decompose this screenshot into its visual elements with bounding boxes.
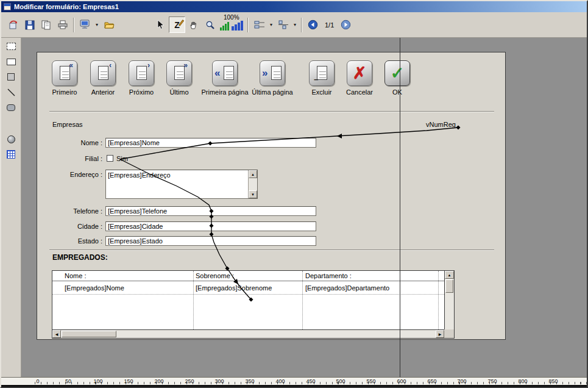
form-nav-button-cancelar[interactable]: ✗ Cancelar xyxy=(341,60,378,96)
field-input-telefone[interactable]: [Empresas]Telefone xyxy=(105,206,316,216)
column-header-nome[interactable]: Nome : xyxy=(65,272,86,279)
record-next-icon: › xyxy=(129,60,154,86)
field-label-cidade: Cidade : xyxy=(41,221,102,231)
magnifier-tool-button[interactable] xyxy=(202,16,218,33)
text-area-tool[interactable] xyxy=(4,40,18,53)
display-mode-dropdown[interactable]: ▾ xyxy=(93,16,101,33)
cell-empregados-nome[interactable]: [Empregados]Nome xyxy=(65,284,124,292)
form-nav-button-ultimo[interactable]: » Último xyxy=(161,60,197,96)
field-input-estado[interactable]: [Empresas]Estado xyxy=(105,236,316,246)
horizontal-ruler[interactable]: 0 50 100 150 200 250 300 350 400 450 500… xyxy=(0,377,588,385)
align-objects-dropdown[interactable]: ▾ xyxy=(267,16,275,33)
rectangle-icon xyxy=(7,59,16,65)
record-previous-icon: ‹ xyxy=(90,60,116,86)
hand-tool-button[interactable] xyxy=(185,16,202,33)
ellipse-tool[interactable] xyxy=(4,132,18,146)
line-icon xyxy=(7,88,16,97)
hand-icon xyxy=(189,20,199,30)
ruler-number: 350 xyxy=(238,378,262,384)
table-body[interactable]: Nome : Sobrenome : Departamento : [Empre… xyxy=(52,271,444,329)
cell-empregados-sobrenome[interactable]: [Empregados]Sobrenome xyxy=(196,284,272,292)
row-separator xyxy=(52,294,444,295)
previous-page-button[interactable] xyxy=(305,16,321,33)
z-order-tool-button[interactable]: Z xyxy=(169,16,185,33)
print-preview-button[interactable] xyxy=(38,16,54,33)
ruler-number: 50 xyxy=(56,378,80,384)
empregados-subform-table[interactable]: Nome : Sobrenome : Departamento : [Empre… xyxy=(52,270,455,339)
zoom-bars-green-icon[interactable] xyxy=(220,22,229,31)
scroll-down-icon[interactable]: ▼ xyxy=(249,190,257,198)
last-page-icon: » xyxy=(260,60,285,86)
form-nav-button-excluir[interactable]: − Excluir xyxy=(303,60,340,96)
titlebar[interactable]: Modificar formulário: Empresas1 xyxy=(1,1,587,12)
page-indicator: 1/1 xyxy=(325,21,334,29)
field-label-estado: Estado : xyxy=(41,236,102,246)
text-area-icon xyxy=(7,43,16,50)
grid-tool[interactable] xyxy=(4,148,18,161)
hscroll-thumb[interactable] xyxy=(62,331,116,337)
pointer-tool-button[interactable] xyxy=(152,16,169,33)
column-separator xyxy=(193,271,194,329)
column-header-departamento[interactable]: Departamento : xyxy=(305,272,352,279)
textarea-scrollbar[interactable]: ▲ ▼ xyxy=(248,170,257,198)
filial-checkbox[interactable] xyxy=(107,155,113,162)
column-header-sobrenome[interactable]: Sobrenome : xyxy=(196,272,234,279)
distribute-objects-dropdown[interactable]: ▾ xyxy=(291,16,299,33)
form-nav-button-ultima-pagina[interactable]: » Última página xyxy=(248,60,297,96)
align-objects-button[interactable] xyxy=(251,16,267,33)
filial-checkbox-label: Sim xyxy=(116,154,128,163)
design-canvas[interactable]: « Primeiro ‹ Anterior › Próximo » Último… xyxy=(21,38,588,377)
line-tool[interactable] xyxy=(4,85,18,99)
field-input-cidade[interactable]: [Empresas]Cidade xyxy=(105,221,316,231)
ruler-number: 800 xyxy=(511,378,535,384)
display-mode-button[interactable] xyxy=(77,16,93,33)
form-nav-button-proximo[interactable]: › Próximo xyxy=(123,60,160,96)
form-nav-button-ok[interactable]: ✓ OK xyxy=(379,60,416,96)
field-textarea-endereco[interactable]: [Empresas]Endereço ▲ ▼ xyxy=(105,170,258,199)
zoom-level-label: 100% xyxy=(224,14,239,21)
table-vertical-scrollbar[interactable]: ▲ ▼ xyxy=(444,271,454,338)
form-page[interactable]: « Primeiro ‹ Anterior › Próximo » Último… xyxy=(37,52,506,340)
scroll-up-icon[interactable]: ▲ xyxy=(249,170,257,178)
ruler-number: 400 xyxy=(268,378,292,384)
page-boundary-guide[interactable] xyxy=(400,38,400,377)
zoom-bars-blue-icon[interactable] xyxy=(232,21,243,31)
rounded-rectangle-tool[interactable] xyxy=(4,101,18,114)
toolbar-separator xyxy=(247,18,249,32)
window-title: Modificar formulário: Empresas1 xyxy=(14,3,119,10)
record-last-icon: » xyxy=(166,60,192,86)
field-label-telefone: Telefone : xyxy=(41,206,102,216)
print-button[interactable] xyxy=(54,16,71,33)
toolbar-separator xyxy=(301,18,302,32)
ruler-number: 700 xyxy=(450,378,474,384)
column-separator xyxy=(438,271,439,329)
scroll-left-icon[interactable]: ◀ xyxy=(52,330,61,338)
field-input-nome[interactable]: [Empresas]Nome xyxy=(105,138,316,148)
open-button[interactable] xyxy=(101,16,117,33)
grid-icon xyxy=(7,150,15,159)
next-page-icon xyxy=(341,20,351,30)
revert-button[interactable] xyxy=(5,16,21,33)
toolbar-gap xyxy=(117,24,152,25)
zoom-control: 100% xyxy=(220,14,243,36)
ruler-number: 100 xyxy=(86,378,110,384)
vscroll-thumb[interactable] xyxy=(445,279,453,293)
window-bottom-edge xyxy=(0,385,588,388)
section-label-empresas: Empresas xyxy=(52,121,83,128)
cell-empregados-departamento[interactable]: [Empregados]Departamento xyxy=(305,284,389,292)
field-label-endereco: Endereço : xyxy=(41,170,102,179)
form-nav-button-anterior[interactable]: ‹ Anterior xyxy=(85,60,121,96)
rectangle-tool[interactable] xyxy=(4,55,18,68)
scroll-right-icon[interactable]: ▶ xyxy=(436,330,444,338)
next-page-button[interactable] xyxy=(338,16,354,33)
field-label-filial: Filial : xyxy=(41,154,102,163)
scroll-up-icon[interactable]: ▲ xyxy=(445,271,454,279)
save-button[interactable] xyxy=(21,16,38,33)
pointer-icon xyxy=(156,20,165,30)
form-nav-button-primeira-pagina[interactable]: « Primeira página xyxy=(200,60,249,96)
square-tool[interactable] xyxy=(4,70,18,84)
form-nav-button-primeiro[interactable]: « Primeiro xyxy=(46,60,83,96)
ruler-number: 500 xyxy=(328,378,353,384)
table-horizontal-scrollbar[interactable]: ◀ ▶ xyxy=(52,329,444,338)
distribute-objects-button[interactable] xyxy=(275,16,291,33)
